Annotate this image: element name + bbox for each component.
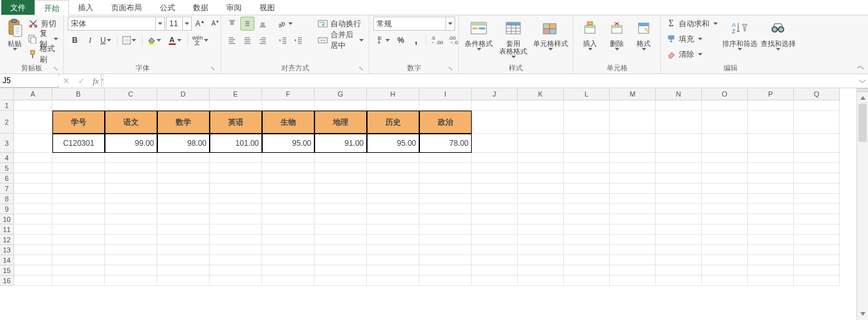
percent-button[interactable]: % <box>394 33 408 47</box>
cell-K16[interactable] <box>518 276 564 286</box>
cell-O6[interactable] <box>702 173 748 184</box>
cell-G6[interactable] <box>314 173 367 184</box>
cell-N6[interactable] <box>656 173 702 184</box>
name-box[interactable] <box>0 74 59 88</box>
spreadsheet-grid[interactable]: ABCDEFGHIJKLMNOPQ12学号语文数学英语生物地理历史政治3C120… <box>0 88 868 286</box>
row-header-10[interactable]: 10 <box>0 214 14 224</box>
cell-P6[interactable] <box>748 173 794 184</box>
conditional-format-button[interactable]: 条件格式 <box>463 17 495 60</box>
cell-A11[interactable] <box>14 224 52 235</box>
cell-I9[interactable] <box>419 204 472 214</box>
cell-O16[interactable] <box>702 276 748 286</box>
cell-K3[interactable] <box>518 134 564 153</box>
cell-J4[interactable] <box>472 153 518 163</box>
cell-L9[interactable] <box>564 204 610 214</box>
cell-F15[interactable] <box>262 265 314 276</box>
formula-input[interactable] <box>104 74 856 88</box>
chevron-down-icon[interactable] <box>697 38 703 40</box>
delete-cells-button[interactable]: 删除 <box>604 17 630 60</box>
cell-O12[interactable] <box>702 235 748 245</box>
cell-G12[interactable] <box>314 235 367 245</box>
cell-O2[interactable] <box>702 111 748 134</box>
increase-indent-button[interactable] <box>291 33 306 47</box>
chevron-down-icon[interactable] <box>697 53 703 56</box>
fill-color-button[interactable] <box>145 33 164 47</box>
cell-P2[interactable] <box>748 111 794 134</box>
cell-N3[interactable] <box>656 134 702 153</box>
cell-P10[interactable] <box>748 214 794 224</box>
row-header-12[interactable]: 12 <box>0 235 14 245</box>
cell-K11[interactable] <box>518 224 564 235</box>
cell-N12[interactable] <box>656 235 702 245</box>
chevron-down-icon[interactable] <box>712 22 718 25</box>
cell-C9[interactable] <box>105 204 157 214</box>
bold-button[interactable]: B <box>68 33 82 47</box>
column-header-L[interactable]: L <box>564 88 610 100</box>
cell-P16[interactable] <box>748 276 794 286</box>
cell-L7[interactable] <box>564 184 610 194</box>
tab-view[interactable]: 视图 <box>251 0 284 15</box>
cell-M9[interactable] <box>610 204 656 214</box>
cell-J8[interactable] <box>472 194 518 204</box>
chevron-down-icon[interactable] <box>155 17 164 30</box>
cell-H3[interactable]: 95.00 <box>367 134 419 153</box>
cell-D13[interactable] <box>157 245 210 255</box>
cell-A12[interactable] <box>14 235 52 245</box>
cell-A14[interactable] <box>14 255 52 265</box>
cell-J11[interactable] <box>472 224 518 235</box>
cell-D2[interactable]: 数学 <box>157 111 210 134</box>
cell-H4[interactable] <box>367 153 419 163</box>
cell-I12[interactable] <box>419 235 472 245</box>
cell-L2[interactable] <box>564 111 610 134</box>
cell-D6[interactable] <box>157 173 210 184</box>
cell-A2[interactable] <box>14 111 52 134</box>
cell-M11[interactable] <box>610 224 656 235</box>
cell-D7[interactable] <box>157 184 210 194</box>
cell-H1[interactable] <box>367 100 419 111</box>
row-header-4[interactable]: 4 <box>0 153 14 163</box>
cell-K5[interactable] <box>518 163 564 173</box>
format-cells-button[interactable]: 格式 <box>631 17 656 60</box>
cell-I13[interactable] <box>419 245 472 255</box>
cell-D5[interactable] <box>157 163 210 173</box>
cell-J10[interactable] <box>472 214 518 224</box>
row-header-16[interactable]: 16 <box>0 276 14 286</box>
decrease-indent-button[interactable] <box>276 33 290 47</box>
increase-font-button[interactable]: A▲ <box>193 17 207 31</box>
cell-A4[interactable] <box>14 153 52 163</box>
cell-B8[interactable] <box>52 194 105 204</box>
cell-B9[interactable] <box>52 204 105 214</box>
chevron-down-icon[interactable] <box>176 39 183 42</box>
paste-button[interactable]: 粘贴 <box>4 17 26 60</box>
tab-insert[interactable]: 插入 <box>69 0 102 15</box>
column-header-E[interactable]: E <box>210 88 262 100</box>
column-header-J[interactable]: J <box>472 88 518 100</box>
cell-O7[interactable] <box>702 184 748 194</box>
cell-L16[interactable] <box>564 276 610 286</box>
cell-F9[interactable] <box>262 204 314 214</box>
chevron-down-icon[interactable] <box>203 39 209 42</box>
cell-H9[interactable] <box>367 204 419 214</box>
cell-M16[interactable] <box>610 276 656 286</box>
cell-I6[interactable] <box>419 173 472 184</box>
cell-G7[interactable] <box>314 184 367 194</box>
cell-J14[interactable] <box>472 255 518 265</box>
cell-C16[interactable] <box>105 276 157 286</box>
cell-C14[interactable] <box>105 255 157 265</box>
cell-O8[interactable] <box>702 194 748 204</box>
scroll-up-button[interactable] <box>857 92 868 104</box>
cell-N8[interactable] <box>656 194 702 204</box>
chevron-down-icon[interactable] <box>54 38 58 40</box>
cell-O11[interactable] <box>702 224 748 235</box>
column-header-P[interactable]: P <box>748 88 794 100</box>
cell-B3[interactable]: C120301 <box>52 134 105 153</box>
align-top-button[interactable] <box>225 17 239 31</box>
scroll-down-button[interactable] <box>857 308 868 320</box>
decrease-decimal-button[interactable]: .00→.0 <box>446 33 460 47</box>
cell-E14[interactable] <box>210 255 262 265</box>
cell-P9[interactable] <box>748 204 794 214</box>
select-all-button[interactable] <box>0 88 14 100</box>
cell-N16[interactable] <box>656 276 702 286</box>
cell-F4[interactable] <box>262 153 314 163</box>
cell-D12[interactable] <box>157 235 210 245</box>
